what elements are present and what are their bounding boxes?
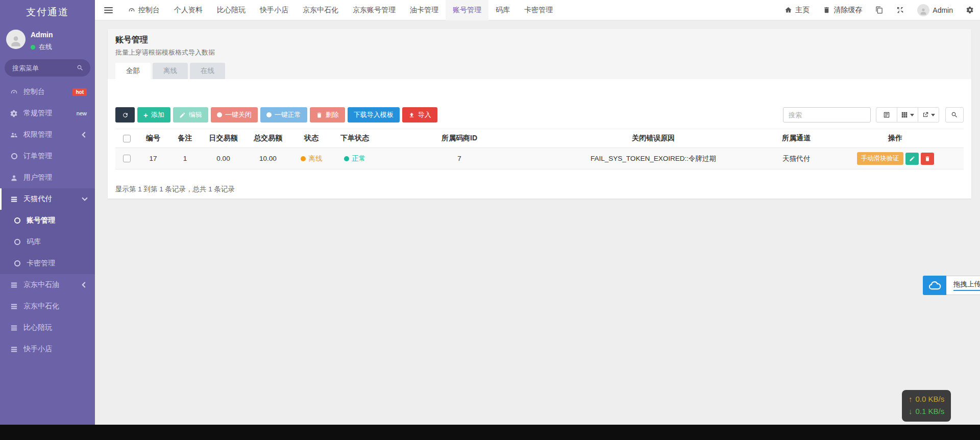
import-button[interactable]: 导入	[402, 107, 437, 123]
sidebar-item-users[interactable]: 用户管理	[0, 167, 95, 188]
filter-tab-offline[interactable]: 离线	[153, 63, 188, 79]
sidebar-item-permissions[interactable]: 权限管理	[0, 124, 95, 145]
edit-button[interactable]: 编辑	[173, 107, 208, 123]
detail-view-button[interactable]	[876, 107, 897, 123]
filter-tab-online[interactable]: 在线	[190, 63, 225, 79]
copy-button[interactable]	[875, 6, 883, 14]
fullscreen-button[interactable]	[896, 6, 904, 14]
col-status: 状态	[291, 129, 332, 148]
circle-icon	[10, 153, 18, 159]
tab-code-library[interactable]: 码库	[488, 0, 517, 20]
sidebar-item-card-management[interactable]: 卡密管理	[0, 253, 95, 274]
main-area: 控制台 个人资料 比心陪玩 快手小店 京东中石化 京东账号管理 油卡管理 账号管…	[95, 0, 980, 425]
tab-profile[interactable]: 个人资料	[167, 0, 210, 20]
tab-label: 快手小店	[260, 6, 288, 15]
normal-all-button[interactable]: 一键正常	[260, 107, 307, 123]
tab-account-management[interactable]: 账号管理	[446, 0, 488, 20]
col-id: 编号	[138, 129, 168, 148]
sidebar-item-jd-sinopec-oil[interactable]: 京东中石油	[0, 274, 95, 296]
sidebar-item-orders[interactable]: 订单管理	[0, 145, 95, 167]
sidebar-item-tmall-pay[interactable]: 天猫代付	[0, 188, 95, 210]
toolbar: + 添加 编辑 一键关闭	[115, 107, 964, 123]
row-checkbox[interactable]	[123, 155, 131, 162]
tachometer-icon	[128, 7, 135, 14]
export-button[interactable]	[918, 107, 939, 123]
columns-button[interactable]	[897, 107, 918, 123]
settings-button[interactable]	[966, 6, 974, 14]
content: 账号管理 批量上穿请根据模板格式导入数据 全部 离线 在线	[95, 20, 980, 425]
user-status-label: 在线	[39, 42, 52, 52]
sidebar-item-jd-sinopec[interactable]: 京东中石化	[0, 296, 95, 317]
sidebar-item-code-library[interactable]: 码库	[0, 231, 95, 253]
circle-icon	[217, 112, 222, 117]
export-icon	[922, 111, 929, 118]
sidebar-item-dashboard[interactable]: 控制台 hot	[0, 81, 95, 103]
col-total-amount: 总交易额	[245, 129, 291, 148]
close-all-button[interactable]: 一键关闭	[211, 107, 258, 123]
tab-label: 京东中石化	[303, 6, 338, 15]
select-all-checkbox[interactable]	[123, 135, 131, 142]
grid-icon	[901, 111, 908, 118]
table-search-input[interactable]	[783, 107, 871, 123]
table-row: 17 1 0.00 10.00 离线	[115, 148, 964, 169]
manual-slider-verify-button[interactable]: 手动滑块验证	[857, 152, 903, 165]
arrow-down-icon: ↓	[909, 407, 913, 415]
clear-cache-button[interactable]: 清除缓存	[823, 6, 862, 15]
tab-kuaishou[interactable]: 快手小店	[253, 0, 296, 20]
pencil-icon	[179, 112, 186, 118]
tab-jd-account[interactable]: 京东账号管理	[346, 0, 403, 20]
chevron-down-icon	[82, 195, 87, 201]
sidebar-item-general[interactable]: 常规管理 new	[0, 103, 95, 124]
add-label: 添加	[151, 110, 164, 119]
cogs-icon	[966, 6, 974, 14]
cloud-upload-icon	[923, 276, 946, 295]
col-error-reason: 关闭错误原因	[541, 129, 766, 148]
tachometer-icon	[10, 88, 18, 96]
filter-tab-all[interactable]: 全部	[115, 63, 151, 79]
sidebar-item-account-management[interactable]: 账号管理	[0, 210, 95, 231]
drag-upload-widget[interactable]: 拖拽上传	[923, 276, 980, 295]
search-icon	[77, 64, 84, 71]
sidebar: 支付通道 Admin 在线	[0, 0, 95, 425]
sidebar-item-bixin[interactable]: 比心陪玩	[0, 317, 95, 338]
trash-icon	[316, 112, 323, 118]
tab-card-management[interactable]: 卡密管理	[517, 0, 560, 20]
row-delete-button[interactable]	[921, 153, 934, 165]
expand-icon	[896, 6, 904, 14]
download-template-button[interactable]: 下载导入模板	[348, 107, 400, 123]
clear-cache-label: 清除缓存	[834, 6, 862, 15]
user-menu[interactable]: Admin	[917, 4, 953, 16]
order-status-badge: 正常	[344, 154, 366, 163]
home-button[interactable]: 主页	[785, 6, 810, 15]
sidebar-item-kuaishou[interactable]: 快手小店	[0, 338, 95, 360]
tab-oil-card[interactable]: 油卡管理	[403, 0, 446, 20]
tab-bixin[interactable]: 比心陪玩	[210, 0, 253, 20]
refresh-button[interactable]	[115, 107, 135, 123]
col-merchant-id: 所属码商ID	[378, 129, 541, 148]
hamburger-icon[interactable]	[104, 7, 113, 13]
avatar[interactable]	[6, 30, 26, 49]
sidebar-item-label: 京东中石化	[23, 302, 59, 311]
caret-down-icon	[910, 114, 914, 116]
delete-button[interactable]: 删除	[310, 107, 345, 123]
list-alt-icon	[883, 111, 890, 118]
close-all-label: 一键关闭	[225, 110, 252, 119]
cell-daily-amount: 0.00	[202, 148, 245, 169]
cell-actions: 手动滑块验证	[827, 148, 964, 169]
drag-upload-label: 拖拽上传	[953, 280, 980, 291]
topbar-right: 主页 清除缓存 Admin	[771, 4, 980, 16]
table-view-buttons	[876, 107, 939, 123]
tab-jd-sinopec[interactable]: 京东中石化	[296, 0, 346, 20]
download-speed-value: 0.1 KB/s	[916, 407, 945, 415]
user-icon	[10, 174, 18, 182]
row-edit-button[interactable]	[905, 153, 919, 165]
col-note: 备注	[168, 129, 202, 148]
toolbar-right	[783, 107, 964, 123]
list-icon	[10, 324, 18, 332]
tab-dashboard[interactable]: 控制台	[121, 0, 167, 20]
drag-upload-box[interactable]: 拖拽上传	[946, 276, 980, 295]
home-icon	[785, 6, 792, 14]
user-menu-label: Admin	[933, 6, 953, 14]
search-button[interactable]	[945, 107, 964, 123]
add-button[interactable]: + 添加	[137, 107, 170, 123]
